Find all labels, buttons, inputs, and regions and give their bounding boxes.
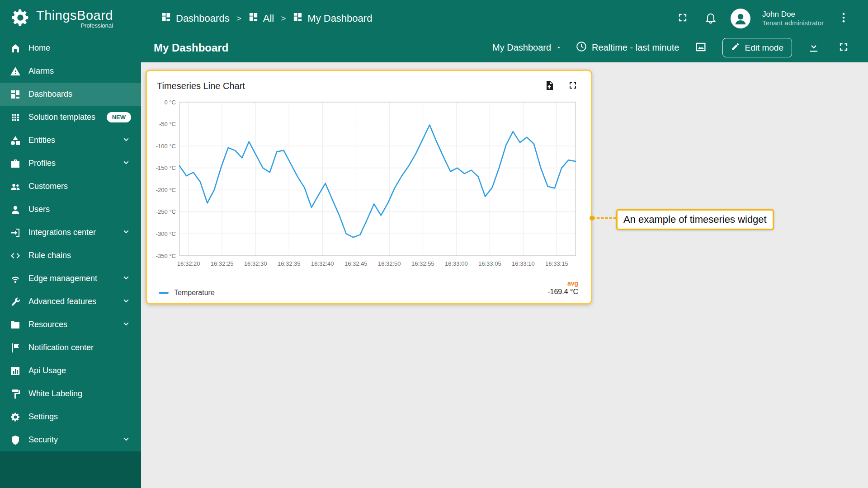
svg-text:-50 °C: -50 °C xyxy=(159,121,176,127)
api-usage-icon xyxy=(10,366,21,376)
sidebar-item-label: Edge management xyxy=(28,274,97,283)
series-color-dash xyxy=(159,292,169,294)
sidebar-item-label: Rule chains xyxy=(28,251,71,260)
security-icon xyxy=(10,435,21,446)
page-title: My Dashboard xyxy=(154,42,228,54)
aggregation-value: -169.4 °C xyxy=(547,287,578,297)
user-info: John Doe Tenant administrator xyxy=(762,9,824,28)
sidebar-item-white-labeling[interactable]: White Labeling xyxy=(0,382,141,405)
notifications-button[interactable] xyxy=(703,9,719,27)
chart-area: 0 °C-50 °C-100 °C-150 °C-200 °C-250 °C-3… xyxy=(154,96,582,279)
more-menu-button[interactable] xyxy=(835,9,852,27)
background-image-button[interactable] xyxy=(693,39,709,56)
brand-text: ThingsBoard Professional xyxy=(36,8,113,29)
main-column: Dashboards>All>My Dashboard John Doe xyxy=(141,0,868,488)
chevron-down-icon xyxy=(121,296,131,308)
widget-fullscreen-button[interactable] xyxy=(566,78,580,94)
customers-icon xyxy=(10,181,21,192)
svg-text:-350 °C: -350 °C xyxy=(156,253,176,259)
clock-icon xyxy=(576,41,587,55)
sidebar-item-advanced-features[interactable]: Advanced features xyxy=(0,290,141,313)
sidebar-item-edge-management[interactable]: Edge management xyxy=(0,267,141,290)
sidebar-item-label: Customers xyxy=(28,182,68,191)
download-button[interactable] xyxy=(806,39,822,56)
sidebar-item-solution-templates[interactable]: Solution templatesNEW xyxy=(0,106,141,129)
sidebar-item-label: Notification center xyxy=(28,343,94,352)
sidebar-item-label: Users xyxy=(28,205,50,214)
widget-header: Timeseries Line Chart xyxy=(154,77,582,94)
sidebar: ThingsBoard Professional HomeAlarmsDashb… xyxy=(0,0,141,488)
sidebar-item-label: Security xyxy=(28,435,58,445)
integrations-icon xyxy=(10,227,21,238)
breadcrumb-label: My Dashboard xyxy=(307,13,372,24)
widget-legend: Temperature avg -169.4 °C xyxy=(154,279,582,299)
widget-actions xyxy=(542,78,580,94)
new-badge: NEW xyxy=(107,112,131,122)
timeseries-line-chart: 0 °C-50 °C-100 °C-150 °C-200 °C-250 °C-3… xyxy=(154,96,581,276)
breadcrumb-item-my-dashboard[interactable]: My Dashboard xyxy=(292,12,372,25)
svg-text:16:32:45: 16:32:45 xyxy=(344,260,368,267)
dashboard-select[interactable]: My Dashboard xyxy=(492,42,562,53)
bell-icon xyxy=(704,11,717,25)
sidebar-item-api-usage[interactable]: Api Usage xyxy=(0,359,141,382)
time-window-button[interactable]: Realtime - last minute xyxy=(576,41,679,55)
svg-text:16:32:50: 16:32:50 xyxy=(378,260,401,267)
thingsboard-logo[interactable]: ThingsBoard Professional xyxy=(0,0,141,37)
dashboards-icon xyxy=(161,12,171,25)
timeseries-widget-card[interactable]: Timeseries Line Chart xyxy=(146,70,592,305)
breadcrumb-item-all[interactable]: All xyxy=(248,12,274,25)
sidebar-item-settings[interactable]: Settings xyxy=(0,405,141,428)
breadcrumb-separator: > xyxy=(281,14,286,23)
sidebar-item-entities[interactable]: Entities xyxy=(0,129,141,152)
download-icon xyxy=(807,41,820,55)
svg-text:-100 °C: -100 °C xyxy=(156,143,176,150)
caret-down-icon xyxy=(556,42,562,53)
breadcrumb-separator: > xyxy=(236,14,241,23)
annotation-callout: An example of timeseries widget xyxy=(616,209,774,230)
sidebar-item-profiles[interactable]: Profiles xyxy=(0,152,141,175)
sidebar-item-users[interactable]: Users xyxy=(0,198,141,221)
sidebar-item-label: Api Usage xyxy=(28,366,66,375)
svg-text:-250 °C: -250 °C xyxy=(156,208,176,215)
svg-text:16:32:40: 16:32:40 xyxy=(311,260,334,267)
entities-icon xyxy=(10,135,21,146)
sidebar-item-label: Integrations center xyxy=(28,228,96,237)
fullscreen-button[interactable] xyxy=(675,9,691,27)
legend-item-temperature[interactable]: Temperature xyxy=(159,289,215,297)
sidebar-item-alarms[interactable]: Alarms xyxy=(0,60,141,83)
sidebar-item-integrations-center[interactable]: Integrations center xyxy=(0,221,141,244)
svg-text:0 °C: 0 °C xyxy=(165,99,176,106)
sidebar-item-security[interactable]: Security xyxy=(0,428,141,451)
edge-icon xyxy=(10,273,21,284)
apps-icon xyxy=(10,112,21,123)
avatar[interactable] xyxy=(731,9,750,28)
image-icon xyxy=(694,41,707,55)
chevron-down-icon xyxy=(121,319,131,331)
series-name: Temperature xyxy=(174,289,215,297)
sidebar-item-notification-center[interactable]: Notification center xyxy=(0,336,141,359)
export-data-button[interactable] xyxy=(542,78,557,94)
settings-icon xyxy=(10,412,21,422)
sidebar-item-dashboards[interactable]: Dashboards xyxy=(0,83,141,106)
svg-text:-150 °C: -150 °C xyxy=(156,164,176,171)
dashboards-icon xyxy=(248,12,259,25)
edit-mode-button[interactable]: Edit mode xyxy=(722,38,792,57)
profiles-icon xyxy=(10,158,21,169)
sidebar-footer xyxy=(0,451,141,488)
sidebar-item-home[interactable]: Home xyxy=(0,37,141,60)
users-icon xyxy=(10,204,21,215)
sidebar-item-rule-chains[interactable]: Rule chains xyxy=(0,244,141,267)
sidebar-item-resources[interactable]: Resources xyxy=(0,313,141,336)
sidebar-item-customers[interactable]: Customers xyxy=(0,175,141,198)
sidebar-item-label: Entities xyxy=(28,136,55,145)
chevron-down-icon xyxy=(121,272,131,285)
resources-icon xyxy=(10,319,21,330)
breadcrumb-label: All xyxy=(263,13,274,24)
advanced-icon xyxy=(10,296,21,307)
breadcrumb-item-dashboards[interactable]: Dashboards xyxy=(161,12,230,25)
fullscreen-icon xyxy=(676,11,689,25)
dashboard-fullscreen-button[interactable] xyxy=(835,39,852,56)
aggregation-label: avg xyxy=(547,279,578,287)
toolbar-actions: My Dashboard Realtime - last minute xyxy=(492,38,852,57)
sidebar-item-label: White Labeling xyxy=(28,389,82,399)
